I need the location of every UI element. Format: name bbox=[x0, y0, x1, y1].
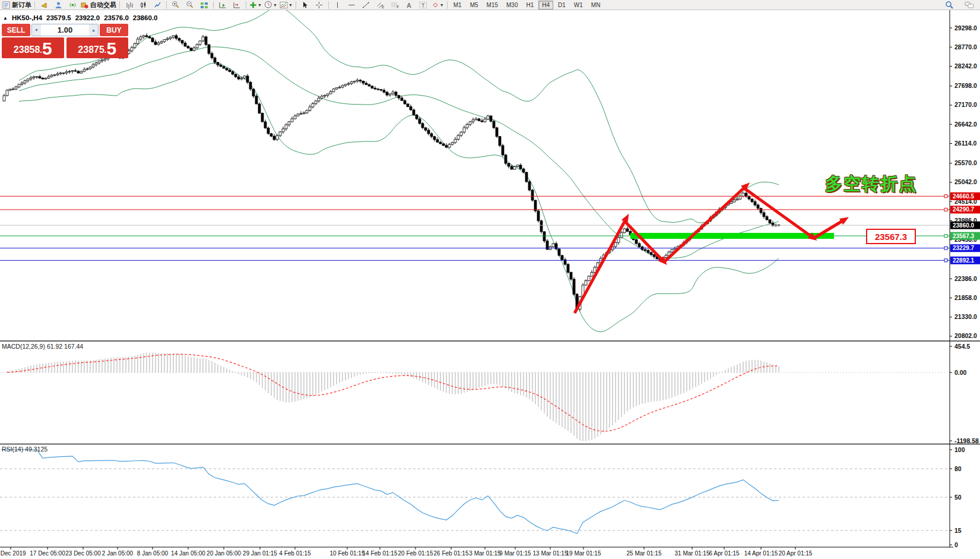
volume-decrease-button[interactable]: ▼ bbox=[32, 24, 41, 36]
candle-body bbox=[644, 250, 646, 251]
signals-icon[interactable] bbox=[65, 1, 80, 10]
chart-canvas[interactable]: 29298.028770.028242.027698.027170.026642… bbox=[0, 0, 980, 559]
time-label: 8 Jan 05:00 bbox=[137, 550, 169, 557]
chart-frame bbox=[0, 10, 980, 547]
megaphone-icon[interactable] bbox=[37, 1, 51, 10]
candle-body bbox=[534, 200, 537, 211]
candle-body bbox=[454, 139, 456, 143]
text-tool-icon[interactable]: A bbox=[402, 1, 416, 10]
candle-body bbox=[760, 209, 762, 213]
sell-price[interactable]: 23858.5 bbox=[2, 37, 64, 58]
level-handle[interactable] bbox=[944, 195, 947, 198]
timeframe-d1-button[interactable]: D1 bbox=[554, 1, 569, 10]
buy-button[interactable]: BUY bbox=[100, 24, 128, 36]
level-handle[interactable] bbox=[944, 259, 947, 262]
auto-scroll-icon[interactable] bbox=[215, 1, 230, 10]
timeframe-h4-button[interactable]: H4 bbox=[538, 1, 553, 10]
candle-body bbox=[3, 96, 5, 101]
timeframe-m30-button[interactable]: M30 bbox=[503, 1, 521, 10]
vertical-line-tool-icon[interactable] bbox=[331, 1, 345, 10]
chart-shift-icon[interactable] bbox=[230, 1, 244, 10]
time-label: 20 Jan 05:00 bbox=[207, 550, 241, 557]
candle-body bbox=[484, 119, 486, 122]
candle-body bbox=[499, 137, 501, 146]
turning-point-annotation[interactable]: 多空转折点 bbox=[825, 172, 917, 196]
candle-body bbox=[36, 77, 38, 77]
toolbar-right-group bbox=[942, 1, 976, 10]
candle-body bbox=[516, 165, 519, 167]
candle-body bbox=[211, 53, 213, 58]
quote-open: 23579.5 bbox=[46, 14, 71, 21]
candle-body bbox=[137, 39, 139, 43]
candle-body bbox=[540, 221, 543, 232]
periods-clock-icon[interactable]: ▼ bbox=[263, 1, 278, 10]
volume-input[interactable] bbox=[41, 24, 89, 36]
chat-icon[interactable] bbox=[962, 1, 976, 10]
quote-low: 23576.0 bbox=[104, 14, 129, 21]
candlestick-mode-icon[interactable] bbox=[136, 1, 150, 10]
add-indicator-icon[interactable]: ▼ bbox=[248, 1, 263, 10]
time-scale[interactable]: 1 Dec 201917 Dec 05:0023 Dec 05:002 Jan … bbox=[0, 547, 813, 557]
arrows-tool-icon[interactable]: ▼ bbox=[430, 1, 445, 10]
price-direction-icon: ▲ bbox=[3, 15, 8, 21]
svg-text:A: A bbox=[407, 2, 411, 9]
trendline-tool-icon[interactable] bbox=[359, 1, 373, 10]
horizontal-line-tool-icon[interactable] bbox=[345, 1, 359, 10]
timeframe-m1-button[interactable]: M1 bbox=[450, 1, 465, 10]
equidistant-channel-icon[interactable]: E bbox=[373, 1, 388, 10]
candle-body bbox=[430, 134, 433, 137]
crosshair-icon[interactable] bbox=[312, 1, 326, 10]
label-tool-icon[interactable]: T bbox=[416, 1, 430, 10]
candle-body bbox=[510, 166, 513, 169]
trend-arrow[interactable] bbox=[744, 188, 814, 238]
line-chart-mode-icon[interactable] bbox=[150, 1, 164, 10]
search-icon[interactable] bbox=[942, 1, 956, 10]
candle-body bbox=[148, 37, 151, 38]
timeframe-mn-button[interactable]: MN bbox=[588, 1, 604, 10]
candle-body bbox=[585, 281, 587, 285]
level-lines[interactable] bbox=[0, 185, 950, 313]
trend-arrow[interactable] bbox=[664, 185, 747, 262]
zoom-out-icon[interactable] bbox=[183, 1, 197, 10]
volume-increase-button[interactable]: ▲ bbox=[89, 24, 98, 36]
level-handle[interactable] bbox=[944, 208, 947, 211]
level-handle[interactable] bbox=[944, 247, 947, 250]
candle-body bbox=[306, 110, 308, 113]
support-zone-bar[interactable] bbox=[630, 233, 834, 239]
candle-body bbox=[184, 43, 186, 46]
new-order-button[interactable]: 新订单 bbox=[1, 1, 33, 10]
candle-body bbox=[77, 71, 80, 73]
bar-chart-mode-icon[interactable] bbox=[122, 1, 136, 10]
candle-body bbox=[196, 45, 198, 48]
trend-arrow[interactable] bbox=[575, 217, 627, 313]
candle-body bbox=[326, 94, 329, 96]
candle-body bbox=[353, 81, 356, 82]
fibonacci-icon[interactable]: F bbox=[388, 1, 402, 10]
candle-body bbox=[208, 45, 210, 53]
level-handle[interactable] bbox=[944, 235, 947, 238]
candle-body bbox=[769, 220, 771, 223]
tile-windows-icon[interactable] bbox=[197, 1, 211, 10]
timeframe-m5-button[interactable]: M5 bbox=[467, 1, 482, 10]
zoom-in-icon[interactable] bbox=[169, 1, 183, 10]
cursor-icon[interactable] bbox=[298, 1, 312, 10]
candle-body bbox=[226, 68, 228, 70]
timeframe-w1-button[interactable]: W1 bbox=[570, 1, 586, 10]
candle-body bbox=[332, 89, 335, 92]
trend-arrow[interactable] bbox=[624, 221, 664, 262]
auto-trading-button[interactable]: 自动交易 bbox=[80, 1, 118, 10]
timeframe-h1-button[interactable]: H1 bbox=[522, 1, 537, 10]
candle-body bbox=[398, 96, 400, 98]
sell-button[interactable]: SELL bbox=[2, 24, 30, 36]
mql5-community-icon[interactable] bbox=[51, 1, 65, 10]
candle-body bbox=[368, 84, 370, 86]
support-price-box[interactable]: 23567.3 bbox=[866, 229, 916, 244]
candle-body bbox=[12, 89, 14, 90]
candle-body bbox=[475, 119, 477, 120]
candle-body bbox=[552, 244, 554, 247]
candle-body bbox=[421, 124, 424, 128]
timeframe-m15-button[interactable]: M15 bbox=[483, 1, 502, 10]
templates-icon[interactable]: ▼ bbox=[278, 1, 294, 10]
buy-price[interactable]: 23875.5 bbox=[66, 37, 129, 58]
time-label: 1 Dec 2019 bbox=[0, 550, 26, 557]
